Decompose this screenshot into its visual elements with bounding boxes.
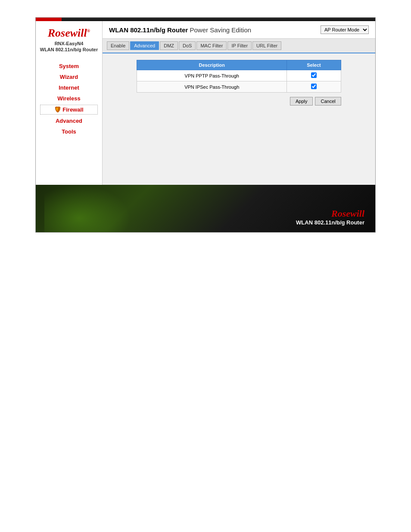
page-title-normal: Power Saving Edition [188, 26, 251, 34]
sidebar-item-advanced[interactable]: Advanced [36, 115, 102, 126]
table-row: VPN IPSec Pass-Through [137, 81, 341, 93]
main-layout: Rosewill® RNX-EasyN4 WLAN 802.11n/b/g Ro… [36, 21, 375, 185]
router-ui: Rosewill® RNX-EasyN4 WLAN 802.11n/b/g Ro… [35, 17, 376, 233]
page-wrapper: Rosewill® RNX-EasyN4 WLAN 802.11n/b/g Ro… [0, 0, 411, 250]
sidebar-item-system[interactable]: System [36, 61, 102, 72]
tab-bar: Enable Advanced DMZ DoS MAC Filter IP Fi… [103, 39, 375, 53]
vpn-ipsec-label: VPN IPSec Pass-Through [137, 81, 287, 93]
footer-brand: Rosewill WLAN 802.11n/b/g Router [296, 208, 364, 226]
vpn-table: Description Select VPN PPTP Pass-Through [137, 60, 341, 93]
top-bar [36, 18, 375, 21]
vpn-ipsec-checkbox[interactable] [311, 84, 317, 89]
tab-dos[interactable]: DoS [179, 41, 196, 50]
sidebar-item-tools[interactable]: Tools [36, 126, 102, 137]
sidebar-item-internet[interactable]: Internet [36, 82, 102, 93]
logo-text: Rosewill [48, 27, 87, 39]
tab-url-filter[interactable]: URL Filter [252, 41, 281, 50]
footer-area: Rosewill WLAN 802.11n/b/g Router [36, 185, 375, 232]
device-name: RNX-EasyN4 WLAN 802.11n/b/g Router [40, 40, 98, 53]
tab-mac-filter[interactable]: MAC Filter [196, 41, 227, 50]
vpn-pptp-cell [287, 70, 341, 81]
vpn-ipsec-cell [287, 81, 341, 93]
cancel-button[interactable]: Cancel [315, 97, 341, 106]
page-title-bold: WLAN 802.11n/b/g Router [109, 26, 188, 34]
sidebar-item-firewall-label: Firewall [62, 106, 83, 113]
col-select: Select [287, 60, 341, 70]
content-header: WLAN 802.11n/b/g Router Power Saving Edi… [103, 21, 375, 39]
tab-dmz[interactable]: DMZ [160, 41, 178, 50]
sidebar-item-firewall[interactable]: Firewall [40, 105, 98, 115]
table-row: VPN PPTP Pass-Through [137, 70, 341, 81]
nav-menu: System Wizard Internet Wireless Firewall… [36, 61, 102, 137]
sidebar: Rosewill® RNX-EasyN4 WLAN 802.11n/b/g Ro… [36, 21, 103, 185]
vpn-pptp-label: VPN PPTP Pass-Through [137, 70, 287, 81]
tab-enable[interactable]: Enable [107, 41, 129, 50]
logo: Rosewill® [40, 28, 98, 39]
sidebar-item-wizard[interactable]: Wizard [36, 72, 102, 82]
content-area: WLAN 802.11n/b/g Router Power Saving Edi… [103, 21, 375, 185]
logo-area: Rosewill® RNX-EasyN4 WLAN 802.11n/b/g Ro… [40, 28, 98, 53]
content-inner: Description Select VPN PPTP Pass-Through [103, 53, 375, 112]
apply-button[interactable]: Apply [290, 97, 313, 106]
footer-logo: Rosewill [296, 208, 364, 219]
tab-ip-filter[interactable]: IP Filter [227, 41, 252, 50]
vpn-pptp-checkbox[interactable] [311, 72, 317, 78]
sidebar-item-wireless[interactable]: Wireless [36, 93, 102, 104]
firewall-icon [54, 106, 61, 112]
col-description: Description [137, 60, 287, 70]
footer-model: WLAN 802.11n/b/g Router [296, 219, 364, 226]
action-buttons: Apply Cancel [111, 97, 367, 106]
mode-select[interactable]: AP Router Mode AP Mode Client Mode [321, 25, 369, 34]
tab-advanced[interactable]: Advanced [130, 41, 159, 50]
page-title-area: WLAN 802.11n/b/g Router Power Saving Edi… [109, 26, 251, 34]
